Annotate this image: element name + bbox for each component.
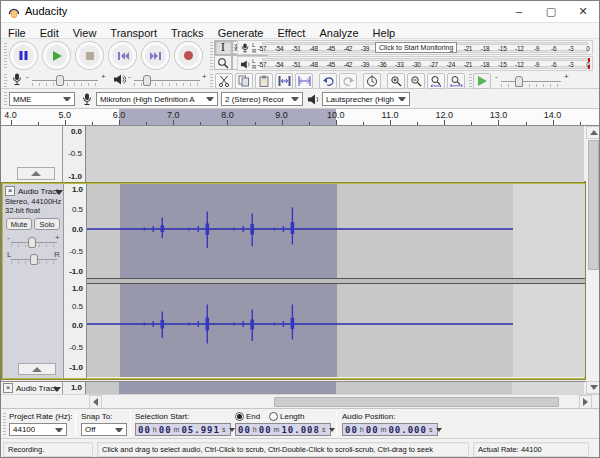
skip-end-button[interactable] xyxy=(142,42,169,69)
time-digits: 00 xyxy=(345,425,358,435)
snap-to-dropdown[interactable]: Off xyxy=(81,423,127,436)
track-1-vertical-ruler[interactable]: 0.0-0.5-1.0 xyxy=(63,126,86,182)
scroll-up-button[interactable] xyxy=(586,126,600,139)
redo-button[interactable] xyxy=(339,73,357,89)
selection-tool-button[interactable]: I xyxy=(214,40,232,55)
selection-start-field[interactable]: 00h00m05.991s xyxy=(135,423,231,436)
undo-button[interactable] xyxy=(319,73,337,89)
edit-grip[interactable] xyxy=(210,74,213,88)
project-rate-value: 44100 xyxy=(13,425,35,434)
cut-button[interactable] xyxy=(215,73,233,89)
recording-meter[interactable]: L R -57-54-51-48-45-42-39-36-33-30-27-24… xyxy=(237,40,593,55)
skip-start-button[interactable] xyxy=(109,42,136,69)
track-3-menu-arrow-icon[interactable] xyxy=(53,387,61,392)
menu-tracks[interactable]: Tracks xyxy=(164,26,211,40)
track-1-collapse-button[interactable] xyxy=(17,167,55,180)
track-2-vertical-ruler[interactable]: 1.00.50.0-0.5-1.01.00.50.0-0.5-1.0 xyxy=(64,184,87,378)
selection-end-field[interactable]: 00h00m10.008s xyxy=(235,423,331,436)
track-2-close-button[interactable]: × xyxy=(5,186,15,196)
track-2-panel[interactable]: × Audio Track Stereo, 44100Hz 32-bit flo… xyxy=(3,184,64,378)
mixer-mic-icon xyxy=(11,73,23,86)
fit-project-button[interactable] xyxy=(447,73,465,89)
track-3-vertical-ruler[interactable]: 1.0 xyxy=(63,382,86,394)
pause-button[interactable] xyxy=(10,42,37,69)
fit-selection-button[interactable] xyxy=(427,73,445,89)
zoom-tool-button[interactable] xyxy=(214,55,232,70)
input-volume-slider[interactable] xyxy=(32,80,98,81)
copy-button[interactable] xyxy=(235,73,253,89)
timeline-tick xyxy=(38,122,39,125)
vertical-scroll-thumb[interactable] xyxy=(588,140,599,270)
timeline-ruler[interactable]: 4.05.06.07.08.09.010.011.012.013.014.0 xyxy=(1,109,599,126)
recording-device-dropdown[interactable]: Mikrofon (High Definition A xyxy=(96,92,218,106)
track-1-panel[interactable] xyxy=(1,126,63,182)
speed-slider[interactable] xyxy=(501,81,561,82)
playback-device-dropdown[interactable]: Lautsprecher (High Definitio xyxy=(322,92,410,106)
horizontal-scrollbar[interactable] xyxy=(1,394,600,408)
zoom-in-button[interactable] xyxy=(387,73,405,89)
audio-host-dropdown[interactable]: MME xyxy=(9,92,75,106)
track-2-channel-left[interactable] xyxy=(87,184,585,278)
device-grip[interactable] xyxy=(4,92,7,106)
transcription-grip[interactable] xyxy=(469,74,472,88)
speed-slider-thumb[interactable] xyxy=(515,76,523,87)
transport-grip[interactable] xyxy=(4,43,7,69)
menu-view[interactable]: View xyxy=(66,26,104,40)
meter-scale-label: -24 xyxy=(446,61,455,68)
mute-button[interactable]: Mute xyxy=(6,218,32,230)
mixer-grip[interactable] xyxy=(4,74,7,87)
horizontal-scroll-thumb[interactable] xyxy=(274,397,559,407)
input-volume-thumb[interactable] xyxy=(56,75,64,86)
menu-transport[interactable]: Transport xyxy=(103,26,164,40)
pan-slider-thumb[interactable] xyxy=(30,254,38,265)
time-digits: 05.991 xyxy=(181,425,220,435)
track-3-name[interactable]: Audio Track xyxy=(16,384,58,393)
project-rate-dropdown[interactable]: 44100 xyxy=(9,423,67,436)
sync-lock-button[interactable] xyxy=(363,73,381,89)
recording-meter-grip[interactable] xyxy=(233,41,236,54)
scroll-left-button[interactable] xyxy=(89,395,102,409)
minimize-button[interactable]: – xyxy=(503,1,535,22)
scroll-down-button[interactable] xyxy=(586,381,600,394)
play-button[interactable] xyxy=(43,42,70,69)
selbar-grip[interactable] xyxy=(3,413,6,435)
play-at-speed-button[interactable] xyxy=(473,73,491,89)
tools-grip[interactable] xyxy=(210,42,213,70)
menu-analyze[interactable]: Analyze xyxy=(312,26,365,40)
menu-generate[interactable]: Generate xyxy=(211,26,271,40)
track-2-name[interactable]: Audio Track xyxy=(18,187,60,196)
meter-scale-label: -9 xyxy=(534,61,539,68)
menu-edit[interactable]: Edit xyxy=(33,26,66,40)
maximize-button[interactable]: ▢ xyxy=(535,1,567,22)
menu-file[interactable]: File xyxy=(1,26,33,40)
monitor-tooltip[interactable]: Click to Start Monitoring xyxy=(375,42,457,53)
track-3-content[interactable] xyxy=(86,382,584,394)
time-format-arrow-icon[interactable] xyxy=(436,428,442,432)
track-3-close-button[interactable]: × xyxy=(3,383,13,393)
paste-button[interactable] xyxy=(255,73,273,89)
track-2-menu-arrow-icon[interactable] xyxy=(55,190,63,195)
track-2-collapse-button[interactable] xyxy=(18,363,56,375)
recording-channels-dropdown[interactable]: 2 (Stereo) Recor xyxy=(221,92,303,106)
audio-position-field[interactable]: 00h00m00.000s xyxy=(342,423,438,436)
length-radio[interactable]: Length xyxy=(269,412,304,421)
track-1-content[interactable] xyxy=(86,126,584,182)
solo-button[interactable]: Solo xyxy=(34,218,60,230)
vertical-scrollbar[interactable] xyxy=(586,126,600,394)
gain-slider-thumb[interactable] xyxy=(28,237,36,248)
track-2-channel-right[interactable] xyxy=(87,284,585,377)
silence-audio-button[interactable] xyxy=(295,73,313,89)
menu-help[interactable]: Help xyxy=(366,26,403,40)
end-radio[interactable]: End xyxy=(235,412,260,421)
zoom-out-button[interactable] xyxy=(407,73,425,89)
close-button[interactable]: ✕ xyxy=(567,1,599,22)
trim-audio-button[interactable] xyxy=(275,73,293,89)
stop-button[interactable] xyxy=(76,42,103,69)
menu-effect[interactable]: Effect xyxy=(271,26,313,40)
playback-meter[interactable]: L R -57-54-51-48-45-42-39-36-33-30-27-24… xyxy=(237,56,593,71)
scroll-right-button[interactable] xyxy=(579,395,592,409)
time-format-arrow-icon[interactable] xyxy=(329,428,335,432)
output-volume-thumb[interactable] xyxy=(143,75,151,86)
track-3-panel[interactable]: × Audio Track xyxy=(1,382,63,394)
record-button[interactable] xyxy=(175,42,202,69)
